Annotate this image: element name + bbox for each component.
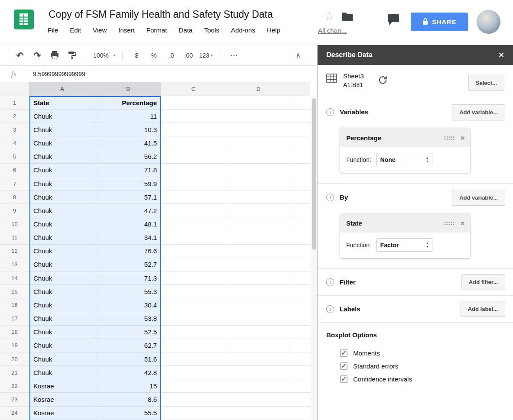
cell[interactable]	[226, 177, 291, 191]
cell[interactable]: 8.6	[95, 393, 161, 406]
row-number[interactable]: 13	[0, 258, 29, 271]
info-icon[interactable]: i	[326, 194, 334, 201]
cell[interactable]	[226, 271, 291, 285]
cell[interactable]	[226, 258, 291, 271]
cell[interactable]	[291, 204, 310, 217]
cell[interactable]	[226, 123, 291, 136]
add-label-button[interactable]: Add label...	[461, 301, 505, 317]
column-header-partial[interactable]	[291, 82, 310, 96]
cell[interactable]	[226, 96, 291, 110]
info-icon[interactable]: i	[326, 305, 334, 313]
cell[interactable]	[291, 123, 310, 136]
cell[interactable]: 52.5	[95, 326, 161, 339]
cell[interactable]: Chuuk	[29, 285, 95, 298]
cell[interactable]	[291, 352, 310, 366]
zoom-control[interactable]: 100% ▾	[93, 52, 115, 59]
cell[interactable]	[161, 217, 226, 231]
cell[interactable]: 56.2	[95, 150, 161, 164]
cell[interactable]	[291, 245, 310, 258]
cell[interactable]: Chuuk	[29, 326, 95, 339]
cell[interactable]	[291, 150, 310, 164]
cell[interactable]	[291, 379, 310, 393]
cell[interactable]: Chuuk	[29, 164, 95, 177]
share-button[interactable]: SHARE	[411, 13, 468, 31]
cell[interactable]: Chuuk	[29, 123, 95, 136]
scrollbar-thumb[interactable]	[312, 98, 316, 250]
cell[interactable]	[161, 231, 226, 245]
format-button-[interactable]: %	[147, 48, 161, 62]
cell[interactable]	[161, 339, 226, 352]
menu-format[interactable]: Format	[146, 26, 167, 34]
cell[interactable]: 51.6	[95, 352, 161, 366]
formula-input[interactable]: 9.59999999999999	[28, 71, 317, 78]
collapse-toolbar-button[interactable]: ∧	[295, 51, 301, 59]
cell[interactable]: Chuuk	[29, 352, 95, 366]
document-title[interactable]: Copy of FSM Family Health and Safety Stu…	[49, 9, 273, 20]
cell[interactable]	[161, 407, 226, 420]
row-number[interactable]: 14	[0, 271, 29, 285]
cell[interactable]: Chuuk	[29, 245, 95, 258]
cell[interactable]: 42.8	[95, 366, 161, 379]
cell[interactable]: Chuuk	[29, 298, 95, 312]
info-icon[interactable]: i	[326, 278, 334, 286]
cell[interactable]: 30.4	[95, 298, 161, 312]
column-header-C[interactable]: C	[161, 82, 226, 96]
cell[interactable]: Chuuk	[29, 271, 95, 285]
column-header-B[interactable]: B	[95, 82, 161, 96]
cell[interactable]	[161, 136, 226, 150]
cell[interactable]	[161, 326, 226, 339]
cell[interactable]	[226, 231, 291, 245]
remove-variable-icon[interactable]: ×	[460, 219, 465, 227]
cell[interactable]	[226, 245, 291, 258]
cell[interactable]: 52.7	[95, 258, 161, 271]
format-button-123[interactable]: 123▾	[199, 48, 213, 62]
cell[interactable]	[226, 217, 291, 231]
row-number[interactable]: 17	[0, 312, 29, 326]
column-header-A[interactable]: A	[29, 82, 95, 96]
all-changes-link[interactable]: All chan...	[318, 27, 347, 34]
cell[interactable]	[291, 110, 310, 123]
cell[interactable]	[226, 379, 291, 393]
cell[interactable]	[161, 366, 226, 379]
menu-edit[interactable]: Edit	[70, 26, 81, 34]
cell[interactable]: Chuuk	[29, 110, 95, 123]
cell[interactable]: Chuuk	[29, 217, 95, 231]
cell[interactable]	[291, 271, 310, 285]
close-icon[interactable]: ×	[498, 50, 504, 60]
cell[interactable]: 59.9	[95, 177, 161, 191]
cell[interactable]	[161, 245, 226, 258]
row-number[interactable]: 9	[0, 204, 29, 217]
folder-icon[interactable]	[341, 12, 353, 23]
cell[interactable]: 47.2	[95, 204, 161, 217]
cell[interactable]	[226, 326, 291, 339]
drag-handle-icon[interactable]	[444, 136, 455, 140]
cell[interactable]: Percentage	[95, 96, 161, 110]
cell[interactable]	[291, 217, 310, 231]
cell[interactable]: 57.1	[95, 191, 161, 204]
row-number[interactable]: 3	[0, 123, 29, 136]
cell[interactable]: 71.3	[95, 271, 161, 285]
cell[interactable]: Chuuk	[29, 231, 95, 245]
row-number[interactable]: 16	[0, 298, 29, 312]
refresh-icon[interactable]	[378, 75, 388, 87]
cell[interactable]	[226, 298, 291, 312]
avatar[interactable]	[477, 10, 500, 34]
row-number[interactable]: 22	[0, 379, 29, 393]
cell[interactable]	[291, 285, 310, 298]
menu-view[interactable]: View	[93, 26, 107, 34]
cell[interactable]	[226, 150, 291, 164]
cell[interactable]: 55.5	[95, 407, 161, 420]
cell[interactable]: Kosrae	[29, 379, 95, 393]
cell[interactable]	[291, 298, 310, 312]
cell[interactable]	[161, 393, 226, 406]
vertical-scrollbar[interactable]	[311, 96, 317, 420]
cell[interactable]: Chuuk	[29, 312, 95, 326]
row-number[interactable]: 15	[0, 285, 29, 298]
redo-button[interactable]: ↷	[30, 48, 44, 62]
cell[interactable]	[291, 177, 310, 191]
column-header-D[interactable]: D	[226, 82, 291, 96]
cell[interactable]	[291, 258, 310, 271]
cell[interactable]	[291, 407, 310, 420]
row-number[interactable]: 12	[0, 245, 29, 258]
cell[interactable]	[161, 191, 226, 204]
